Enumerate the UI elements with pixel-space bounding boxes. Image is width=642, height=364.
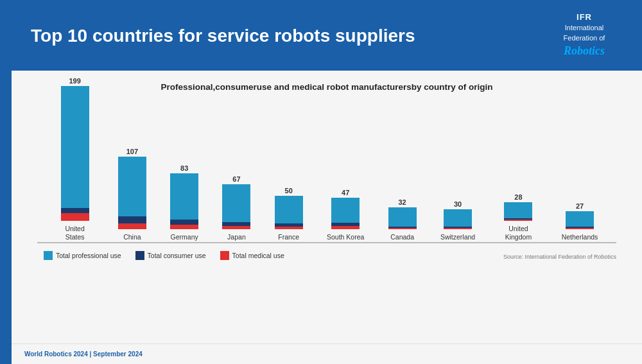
bar-stack [331,198,360,229]
bar-professional [222,184,250,222]
bar-country-label: France [278,233,299,242]
bar-medical [388,228,417,229]
legend-color-box [220,251,229,260]
logo-ifr: IFR [546,12,623,23]
bar-stack [444,209,472,229]
bar-medical [504,220,532,221]
logo-robotics: Robotics [546,43,623,59]
bar-stack [61,86,89,221]
chart-legend: Total professional useTotal consumer use… [37,251,284,260]
bar-professional [388,207,417,227]
bar-medical [222,226,250,229]
bar-country-label: China [123,233,141,242]
bar-stack [388,207,417,229]
bar-group: 199United States [56,77,94,242]
bar-medical [118,223,146,229]
bar-country-label: Germany [171,233,198,242]
bar-stack [275,196,303,229]
bars-container: 199United States107China83Germany67Japan… [37,101,616,242]
bar-value-label: 50 [285,187,293,195]
bar-group: 28United Kingdom [499,193,537,242]
bar-group: 107China [118,148,146,242]
bar-professional [444,209,472,227]
page-title: Top 10 countries for service robots supp… [31,24,415,47]
bar-value-label: 83 [180,164,188,172]
bar-consumer [61,208,89,213]
legend-color-box [135,251,144,260]
logo-line2: International [546,23,623,33]
bar-professional [566,211,594,227]
bar-group: 32Canada [388,198,417,242]
legend-label: Total professional use [56,252,121,259]
bar-medical [566,228,594,229]
chart-area: 199United States107China83Germany67Japan… [37,101,616,358]
legend-label: Total consumer use [148,252,206,259]
bar-medical [275,227,303,229]
logo-line3: Federation of [546,33,623,43]
bar-professional [61,86,89,208]
bar-professional [275,196,303,223]
bar-value-label: 67 [232,175,240,183]
bar-professional [170,173,198,220]
bar-country-label: Netherlands [562,233,598,242]
bar-value-label: 27 [576,202,584,210]
bar-stack [170,173,198,229]
legend-color-box [44,251,53,260]
bar-consumer [118,216,146,223]
bar-professional [331,198,360,223]
bar-value-label: 30 [454,200,462,208]
bar-consumer [170,220,198,225]
bar-group: 30Switzerland [440,200,475,242]
bar-country-label: Switzerland [440,233,475,242]
bar-medical [444,228,472,229]
left-accent-bar [0,0,12,364]
bar-professional [118,157,146,216]
legend-item: Total consumer use [135,251,206,260]
logo-area: IFR International Federation of Robotics [546,12,623,59]
main-content: Professional,consumeruse and medical rob… [12,71,642,364]
bar-medical [61,213,89,221]
bar-country-label: Japan [227,233,246,242]
bar-stack [118,157,146,229]
bar-country-label: United Kingdom [499,225,537,242]
footer: World Robotics 2024 | September 2024 [12,343,642,364]
footer-left-text: World Robotics 2024 | September 2024 [24,351,143,358]
legend-item: Total professional use [44,251,121,260]
chart-title: Professional,consumeruse and medical rob… [161,82,493,92]
legend-item: Total medical use [220,251,284,260]
bar-medical [331,226,360,229]
bar-group: 27Netherlands [562,202,598,242]
bar-medical [170,225,198,229]
bar-stack [504,202,532,221]
bar-group: 67Japan [222,175,250,242]
source-note: Source: International Federation of Robo… [503,254,616,260]
bar-group: 83Germany [170,164,198,242]
bar-value-label: 47 [342,189,349,196]
bar-value-label: 32 [398,198,406,206]
bar-group: 50France [275,187,303,242]
bar-professional [504,202,532,218]
bar-stack [566,211,594,229]
header: Top 10 countries for service robots supp… [12,0,642,71]
bar-value-label: 28 [514,193,522,201]
bar-group: 47South Korea [327,189,364,242]
bar-value-label: 199 [69,77,80,85]
legend-label: Total medical use [232,252,284,259]
bar-country-label: Canada [390,233,414,242]
bar-value-label: 107 [126,148,138,155]
bar-stack [222,184,250,229]
bar-country-label: South Korea [327,233,364,242]
bar-country-label: United States [56,225,94,242]
